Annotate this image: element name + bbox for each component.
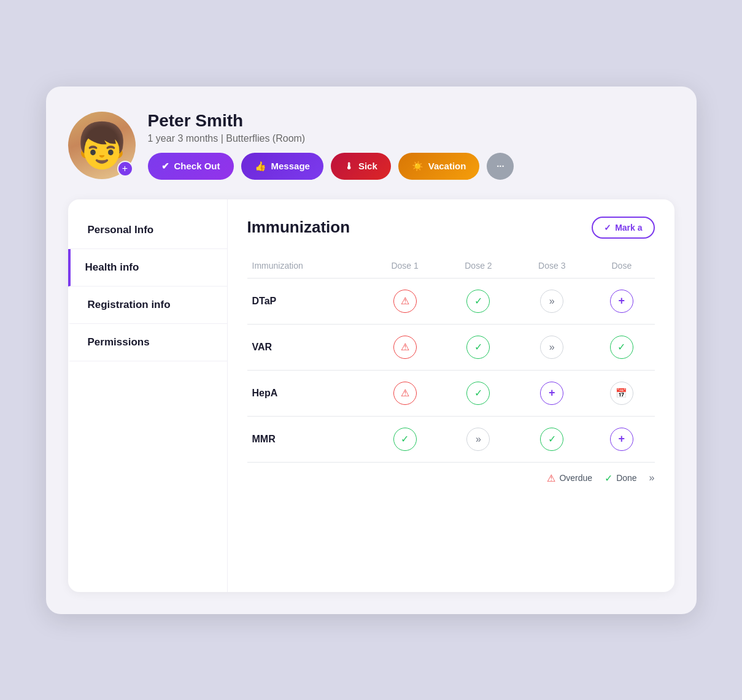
dose-3-cell[interactable]: » bbox=[515, 278, 589, 324]
dose-icon-done[interactable]: ✓ bbox=[466, 382, 490, 405]
skip-icon: » bbox=[649, 472, 655, 483]
profile-header: + Peter Smith 1 year 3 months | Butterfl… bbox=[68, 111, 674, 180]
sidebar-item-personal-info[interactable]: Personal Info bbox=[68, 212, 227, 249]
overdue-legend: ⚠ Overdue bbox=[547, 472, 592, 484]
imm-name: VAR bbox=[247, 324, 368, 370]
checkout-icon: ✔ bbox=[161, 161, 169, 172]
content-header: Immunization ✓ Mark a bbox=[247, 217, 655, 239]
col-dose2: Dose 2 bbox=[441, 253, 515, 279]
sidebar-item-health-info[interactable]: Health info bbox=[68, 249, 227, 287]
skip-legend: » bbox=[649, 472, 655, 483]
avatar-wrap: + bbox=[68, 112, 136, 179]
dose-1-cell[interactable]: ⚠ bbox=[368, 324, 442, 370]
dose-icon-calendar[interactable]: 📅 bbox=[610, 382, 633, 405]
content-area: Immunization ✓ Mark a Immunization Dose … bbox=[228, 199, 674, 592]
dose-icon-done[interactable]: ✓ bbox=[393, 428, 417, 451]
profile-info: Peter Smith 1 year 3 months | Butterflie… bbox=[148, 111, 674, 180]
dose-icon-add[interactable]: + bbox=[610, 428, 633, 451]
message-button[interactable]: 👍 Message bbox=[241, 153, 323, 180]
dose-2-cell[interactable]: ✓ bbox=[441, 278, 515, 324]
imm-name: MMR bbox=[247, 416, 368, 462]
table-row: HepA⚠✓+📅 bbox=[247, 370, 655, 416]
dose-3-cell[interactable]: » bbox=[515, 324, 589, 370]
col-dose1: Dose 1 bbox=[368, 253, 442, 279]
dose-icon-skip[interactable]: » bbox=[466, 428, 490, 451]
table-row: VAR⚠✓»✓ bbox=[247, 324, 655, 370]
message-icon: 👍 bbox=[255, 161, 266, 172]
immunization-table: Immunization Dose 1 Dose 2 Dose 3 Dose D… bbox=[247, 253, 655, 463]
imm-name: HepA bbox=[247, 370, 368, 416]
child-name: Peter Smith bbox=[148, 111, 674, 131]
dose-icon-overdue[interactable]: ⚠ bbox=[393, 290, 417, 313]
table-row: MMR✓»✓+ bbox=[247, 416, 655, 462]
dose-1-cell[interactable]: ⚠ bbox=[368, 278, 442, 324]
dose-4-cell[interactable]: + bbox=[589, 278, 654, 324]
col-immunization: Immunization bbox=[247, 253, 368, 279]
table-row: DTaP⚠✓»+ bbox=[247, 278, 655, 324]
sick-button[interactable]: 🌡 Sick bbox=[331, 153, 391, 180]
dose-icon-overdue[interactable]: ⚠ bbox=[393, 382, 417, 405]
overdue-icon: ⚠ bbox=[547, 472, 555, 484]
dose-1-cell[interactable]: ⚠ bbox=[368, 370, 442, 416]
section-title: Immunization bbox=[247, 218, 350, 237]
dose-1-cell[interactable]: ✓ bbox=[368, 416, 442, 462]
dose-4-cell[interactable]: 📅 bbox=[589, 370, 654, 416]
dose-icon-skip[interactable]: » bbox=[540, 336, 563, 359]
sidebar-item-registration-info[interactable]: Registration info bbox=[68, 287, 227, 324]
checkmark-icon: ✓ bbox=[604, 223, 611, 233]
vacation-button[interactable]: ☀️ Vacation bbox=[398, 153, 480, 180]
dose-3-cell[interactable]: ✓ bbox=[515, 416, 589, 462]
legend: ⚠ Overdue ✓ Done » bbox=[247, 472, 655, 484]
dose-icon-done[interactable]: ✓ bbox=[540, 428, 563, 451]
sidebar-item-permissions[interactable]: Permissions bbox=[68, 324, 227, 361]
mark-button[interactable]: ✓ Mark a bbox=[592, 217, 654, 239]
sidebar: Personal Info Health info Registration i… bbox=[68, 199, 228, 592]
done-legend: ✓ Done bbox=[605, 472, 636, 484]
dose-2-cell[interactable]: » bbox=[441, 416, 515, 462]
dose-2-cell[interactable]: ✓ bbox=[441, 324, 515, 370]
dose-icon-add[interactable]: + bbox=[610, 290, 633, 313]
dose-icon-overdue[interactable]: ⚠ bbox=[393, 336, 417, 359]
dose-4-cell[interactable]: ✓ bbox=[589, 324, 654, 370]
dose-icon-done[interactable]: ✓ bbox=[466, 336, 490, 359]
thermometer-icon: 🌡 bbox=[344, 161, 354, 171]
col-dose4: Dose bbox=[589, 253, 654, 279]
child-subtitle: 1 year 3 months | Butterflies (Room) bbox=[148, 133, 674, 144]
dose-3-cell[interactable]: + bbox=[515, 370, 589, 416]
action-buttons: ✔ Check Out 👍 Message 🌡 Sick ☀️ Vacation… bbox=[148, 153, 674, 180]
checkout-button[interactable]: ✔ Check Out bbox=[148, 153, 234, 180]
dose-icon-done[interactable]: ✓ bbox=[610, 336, 633, 359]
col-dose3: Dose 3 bbox=[515, 253, 589, 279]
dose-2-cell[interactable]: ✓ bbox=[441, 370, 515, 416]
dose-icon-done[interactable]: ✓ bbox=[466, 290, 490, 313]
more-button[interactable]: ··· bbox=[487, 153, 514, 180]
dose-4-cell[interactable]: + bbox=[589, 416, 654, 462]
add-photo-button[interactable]: + bbox=[117, 161, 133, 177]
imm-name: DTaP bbox=[247, 278, 368, 324]
dose-icon-skip[interactable]: » bbox=[540, 290, 563, 313]
dose-icon-add[interactable]: + bbox=[540, 382, 563, 405]
sun-icon: ☀️ bbox=[412, 161, 423, 172]
main-panel: Personal Info Health info Registration i… bbox=[68, 199, 674, 592]
more-dots-icon: ··· bbox=[497, 161, 504, 171]
done-icon: ✓ bbox=[605, 472, 613, 484]
